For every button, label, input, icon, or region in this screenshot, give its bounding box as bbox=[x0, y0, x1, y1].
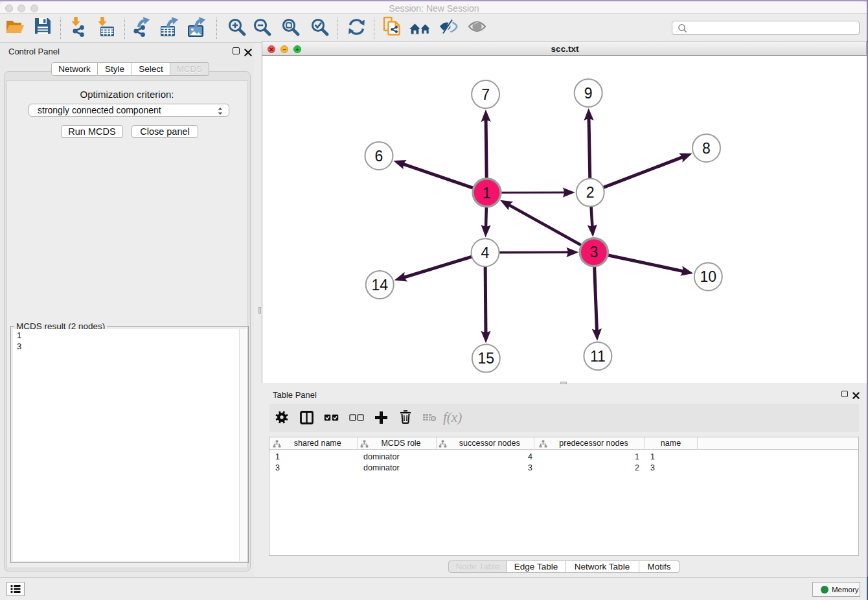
svg-text:11: 11 bbox=[590, 348, 606, 365]
svg-text:3: 3 bbox=[589, 244, 598, 260]
svg-text:1: 1 bbox=[483, 185, 491, 202]
svg-text:8: 8 bbox=[702, 140, 711, 157]
svg-text:9: 9 bbox=[584, 85, 593, 102]
svg-text:7: 7 bbox=[481, 86, 490, 103]
svg-text:10: 10 bbox=[700, 268, 717, 285]
svg-text:14: 14 bbox=[371, 277, 388, 294]
svg-text:6: 6 bbox=[375, 148, 383, 165]
svg-text:2: 2 bbox=[586, 184, 595, 201]
svg-text:15: 15 bbox=[478, 350, 495, 367]
svg-text:4: 4 bbox=[481, 244, 490, 261]
